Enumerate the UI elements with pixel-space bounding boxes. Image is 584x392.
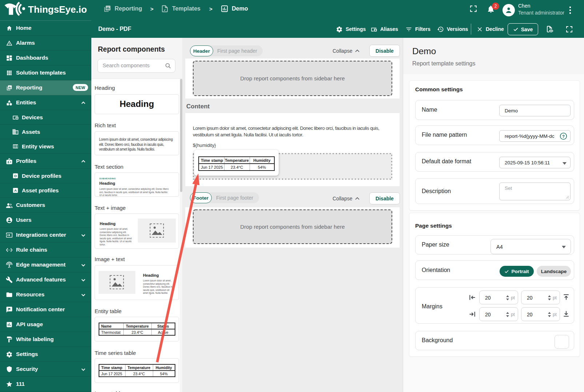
svg-text:D: D bbox=[14, 174, 17, 178]
svg-text:?: ? bbox=[562, 134, 565, 139]
svg-text:A: A bbox=[14, 188, 17, 192]
